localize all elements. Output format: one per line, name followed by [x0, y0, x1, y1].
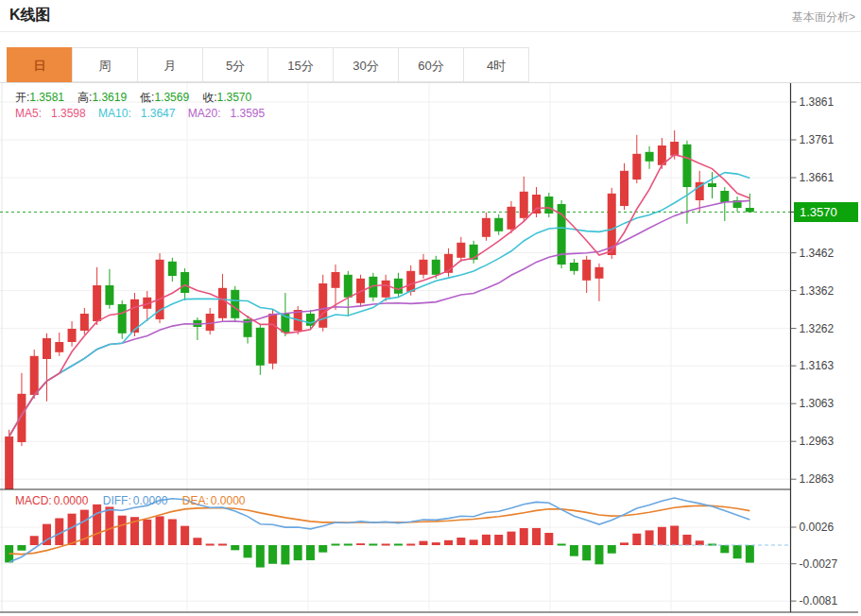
candlestick [268, 314, 277, 364]
candlestick [482, 218, 491, 237]
macd-label: MACD: [15, 494, 52, 507]
ma20-value: 1.3595 [230, 107, 265, 120]
ma10-label: MA10: [98, 107, 131, 120]
candlestick [30, 356, 39, 395]
candlestick [494, 218, 503, 231]
axis-labels: 1.38611.37611.36611.34621.33621.32621.31… [791, 95, 838, 607]
candlestick [419, 260, 427, 275]
ma5-value: 1.3598 [51, 107, 86, 120]
macd-value: 0.0000 [54, 494, 89, 507]
candlestick [432, 260, 440, 275]
candlestick [80, 314, 89, 331]
candlestick [720, 191, 729, 202]
candlestick [68, 329, 77, 342]
candlestick [746, 208, 754, 212]
candlestick [43, 338, 51, 359]
candlestick [306, 314, 315, 326]
candlestick [181, 272, 189, 293]
candlestick [708, 183, 716, 187]
candlestick [168, 262, 177, 276]
high-label: 高: [77, 91, 92, 104]
ma10-value: 1.3647 [141, 107, 176, 120]
open-label: 开: [15, 91, 29, 104]
ma20-label: MA20: [188, 107, 221, 120]
ohlc-legend: 开:1.3581高:1.3619低:1.3569收:1.3570 [15, 90, 265, 106]
candlestick [682, 145, 691, 187]
y-axis-tick-label: 1.3462 [800, 247, 835, 260]
candlestick [507, 207, 515, 230]
candlestick [332, 272, 340, 288]
y-axis-tick-label: 1.2863 [800, 472, 835, 486]
dea-value: 0.0000 [211, 494, 246, 507]
candlestick [319, 283, 327, 328]
candlestick [218, 288, 227, 318]
low-label: 低: [140, 91, 154, 104]
macd-legend: MACD:0.0000 DIFF:0.0000 DEA:0.0000 [15, 494, 256, 507]
candlestick [582, 260, 591, 281]
ma5-line [9, 155, 750, 436]
candlestick [570, 263, 578, 271]
y-axis-tick-label: 1.3063 [800, 397, 835, 410]
open-value: 1.3581 [29, 91, 64, 104]
candlestick [118, 304, 127, 334]
y-axis-tick-label: 1.3661 [800, 171, 835, 184]
candlestick [344, 275, 353, 298]
dea-label: DEA: [182, 494, 209, 507]
candlestick [382, 281, 390, 298]
candles-layer [5, 130, 754, 489]
y-axis-tick-label: -0.0081 [800, 594, 838, 607]
y-axis-tick-label: -0.0027 [800, 557, 838, 571]
close-value: 1.3570 [216, 91, 251, 104]
y-axis-tick-label: 1.3861 [800, 95, 835, 109]
candlestick [620, 171, 629, 206]
candlestick [632, 154, 641, 180]
y-axis-tick-label: 1.3362 [800, 284, 835, 298]
ma-legend: MA5:1.3598 MA10:1.3647 MA20:1.3595 [15, 107, 274, 120]
candlestick [406, 271, 415, 292]
candlestick [670, 142, 679, 156]
kline-page: K线图 基本面分析> 日 周 月 5分 15分 30分 60分 4时 1.386… [0, 0, 861, 616]
candlestick [456, 243, 465, 258]
current-price-badge: 1.3570 [794, 202, 858, 222]
candlestick [93, 285, 101, 321]
candlestick [231, 290, 239, 318]
candlestick [256, 328, 265, 366]
y-axis-tick-label: 1.3761 [800, 133, 835, 146]
diff-label: DIFF: [103, 494, 131, 507]
high-value: 1.3619 [92, 91, 127, 104]
ma5-label: MA5: [15, 107, 42, 120]
candlestick [17, 394, 26, 442]
candlestick [594, 267, 603, 279]
candlestick [544, 197, 553, 214]
candlestick [5, 436, 13, 489]
y-axis-tick-label: 1.3163 [800, 359, 835, 372]
y-axis-tick-label: 1.2963 [800, 435, 835, 448]
close-label: 收: [202, 91, 216, 104]
low-value: 1.3569 [154, 91, 189, 104]
y-axis-tick-label: 1.3262 [800, 322, 835, 335]
diff-value: 0.0000 [133, 494, 168, 507]
candlestick [105, 285, 113, 305]
candlestick [520, 192, 528, 218]
candlestick [394, 279, 403, 294]
y-axis-tick-label: 0.0026 [800, 521, 835, 534]
candlestick [55, 342, 63, 352]
candlestick [646, 152, 654, 162]
